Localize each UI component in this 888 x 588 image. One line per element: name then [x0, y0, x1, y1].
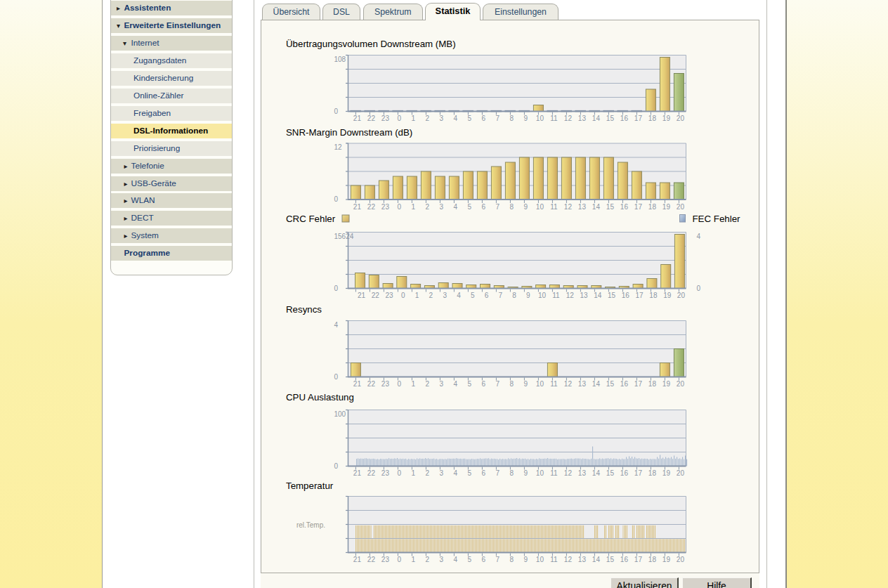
svg-text:10: 10 — [536, 556, 544, 563]
svg-text:3: 3 — [440, 203, 444, 211]
svg-text:17: 17 — [634, 469, 643, 477]
svg-text:8: 8 — [510, 380, 514, 388]
svg-text:15: 15 — [606, 556, 615, 563]
svg-text:8: 8 — [510, 556, 514, 563]
svg-text:2: 2 — [429, 292, 433, 299]
svg-text:0: 0 — [398, 115, 402, 122]
svg-text:1: 1 — [412, 556, 416, 563]
svg-text:9: 9 — [524, 115, 528, 122]
svg-text:22: 22 — [367, 556, 376, 563]
svg-text:4: 4 — [454, 380, 458, 388]
svg-text:5: 5 — [468, 203, 472, 211]
svg-text:11: 11 — [550, 469, 558, 477]
svg-text:21: 21 — [353, 556, 362, 563]
svg-text:14: 14 — [592, 380, 601, 388]
svg-text:15: 15 — [606, 380, 615, 388]
svg-text:15624: 15624 — [334, 233, 354, 240]
svg-text:18: 18 — [649, 292, 658, 299]
svg-text:3: 3 — [440, 115, 444, 122]
svg-text:4: 4 — [454, 469, 458, 477]
svg-text:3: 3 — [443, 292, 447, 299]
svg-text:4: 4 — [334, 321, 339, 329]
svg-text:Resyncs: Resyncs — [286, 304, 322, 315]
svg-text:8: 8 — [510, 115, 514, 122]
svg-text:6: 6 — [485, 292, 489, 299]
svg-text:0: 0 — [401, 292, 405, 299]
svg-text:4: 4 — [457, 292, 461, 299]
svg-text:9: 9 — [524, 203, 528, 211]
svg-text:9: 9 — [526, 292, 530, 299]
svg-text:14: 14 — [592, 203, 601, 211]
svg-text:6: 6 — [482, 556, 486, 563]
svg-text:7: 7 — [496, 380, 500, 388]
svg-text:1: 1 — [412, 203, 416, 211]
svg-text:11: 11 — [552, 292, 560, 299]
svg-text:4: 4 — [454, 556, 458, 563]
svg-text:4: 4 — [454, 203, 458, 211]
svg-text:7: 7 — [496, 469, 500, 477]
svg-text:4: 4 — [454, 115, 458, 122]
svg-text:12: 12 — [566, 292, 575, 299]
svg-text:8: 8 — [510, 469, 514, 477]
svg-text:15: 15 — [606, 115, 615, 122]
svg-text:12: 12 — [564, 380, 573, 388]
svg-text:5: 5 — [468, 469, 472, 477]
svg-text:0: 0 — [334, 373, 339, 381]
svg-text:108: 108 — [334, 55, 346, 63]
svg-text:11: 11 — [550, 380, 558, 388]
svg-text:7: 7 — [499, 292, 503, 299]
svg-text:rel.Temp.: rel.Temp. — [296, 521, 325, 529]
svg-text:19: 19 — [662, 115, 671, 122]
svg-text:5: 5 — [468, 556, 472, 563]
svg-text:18: 18 — [648, 469, 657, 477]
svg-text:19: 19 — [662, 469, 671, 477]
svg-text:4: 4 — [697, 233, 701, 240]
svg-text:10: 10 — [536, 469, 544, 477]
svg-text:23: 23 — [381, 469, 390, 477]
svg-text:8: 8 — [510, 203, 514, 211]
svg-text:12: 12 — [564, 115, 573, 122]
svg-text:23: 23 — [381, 203, 390, 211]
svg-text:22: 22 — [367, 380, 376, 388]
svg-text:10: 10 — [536, 203, 544, 211]
svg-text:5: 5 — [468, 115, 472, 122]
svg-text:0: 0 — [398, 556, 402, 563]
svg-text:2: 2 — [426, 115, 430, 122]
svg-text:CPU Auslastung: CPU Auslastung — [286, 392, 354, 403]
svg-text:23: 23 — [381, 380, 390, 388]
svg-text:8: 8 — [512, 292, 516, 299]
svg-text:3: 3 — [440, 469, 444, 477]
svg-text:21: 21 — [353, 115, 362, 122]
svg-text:14: 14 — [592, 469, 601, 477]
svg-text:22: 22 — [372, 292, 380, 299]
svg-text:15: 15 — [606, 469, 615, 477]
svg-text:16: 16 — [622, 292, 630, 299]
svg-text:0: 0 — [334, 107, 339, 115]
svg-text:11: 11 — [550, 556, 558, 563]
svg-text:20: 20 — [677, 469, 685, 477]
svg-text:1: 1 — [412, 115, 416, 122]
svg-text:22: 22 — [367, 203, 376, 211]
svg-text:19: 19 — [663, 292, 672, 299]
svg-text:12: 12 — [564, 469, 573, 477]
svg-text:1: 1 — [415, 292, 419, 299]
svg-text:6: 6 — [482, 115, 486, 122]
svg-text:20: 20 — [677, 380, 685, 388]
svg-text:5: 5 — [468, 380, 472, 388]
svg-text:5: 5 — [471, 292, 475, 299]
svg-text:17: 17 — [636, 292, 644, 299]
svg-text:14: 14 — [594, 292, 602, 299]
svg-text:17: 17 — [634, 203, 643, 211]
svg-text:7: 7 — [496, 203, 500, 211]
svg-text:14: 14 — [592, 556, 601, 563]
svg-text:3: 3 — [440, 556, 444, 563]
svg-text:13: 13 — [580, 292, 588, 299]
svg-text:20: 20 — [677, 115, 685, 122]
svg-text:6: 6 — [482, 203, 486, 211]
svg-text:100: 100 — [334, 410, 346, 418]
svg-text:9: 9 — [524, 380, 528, 388]
svg-text:18: 18 — [648, 203, 657, 211]
svg-text:11: 11 — [550, 115, 558, 122]
svg-text:0: 0 — [334, 195, 339, 203]
svg-text:21: 21 — [353, 203, 362, 211]
